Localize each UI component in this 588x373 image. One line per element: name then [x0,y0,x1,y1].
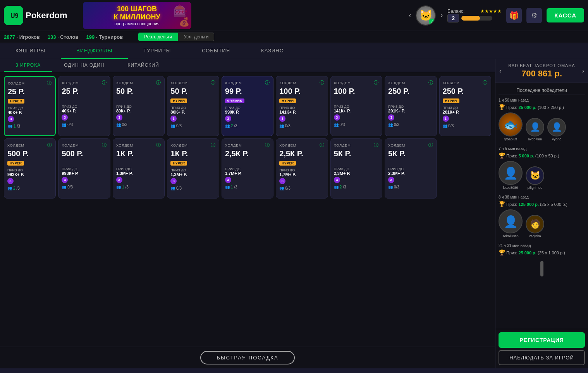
jackpot-prev-btn[interactable]: ‹ [499,67,501,74]
winner-entry-3: 8 ч 38 мин назад 🏆 Приз: 125 000 р. (25 … [499,195,585,238]
subnav-chinese[interactable]: КИТАЙСКИЙ [116,59,171,72]
tab-windfalls[interactable]: ВИНДФОЛЛЫ [61,43,128,59]
name-yyoric: yyoric [552,137,561,141]
tourney-card-8[interactable]: ХОЛДЕМⓘ 250 Р. ПРИЗ ДО 201К+ Р. 3 👥 0/3 [385,76,437,136]
info-icon-9[interactable]: ⓘ [483,79,488,86]
balance-section: Баланс: ★★★★★ 2 [447,9,502,22]
info-icon-10[interactable]: ⓘ [47,142,52,149]
stats-bar: 2877 · Игроков 133 · Столов 199 · Турнир… [0,31,588,43]
info-icon-12[interactable]: ⓘ [156,142,161,149]
info-icon-14[interactable]: ⓘ [265,142,270,149]
main-area: 3 ИГРОКА ОДИН НА ОДИН КИТАЙСКИЙ ХОЛДЕМⓘ … [0,59,495,368]
avatar: 🐱 ✓ [416,5,436,26]
balance-stars: ★★★★★ [480,9,502,14]
name-avdojkee: avdojkee [528,137,542,141]
tourney-card-16[interactable]: ХОЛДЕМⓘ 5К Р. ПРИЗ ДО 2,3М+ Р. 3 👥 2/3 [330,138,382,199]
tourney-card-10[interactable]: ХОЛДЕМⓘ 500 Р. HYPER ПРИЗ ДО 993К+ Р. 3 … [4,138,56,199]
watch-button[interactable]: НАБЛЮДАТЬ ЗА ИГРОЙ [499,350,585,365]
logo: U9 Pokerdom [4,6,67,25]
tourney-card-4[interactable]: ХОЛДЕМⓘ 50 Р. HYPER ПРИЗ ДО 80К+ Р. 3 👥 … [167,76,219,136]
jackpot-amount: 700 861 р. [508,69,575,79]
tourney-card-9[interactable]: ХОЛДЕМⓘ 250 Р. HYPER ПРИЗ ДО 201К+ Р. 3 … [439,76,491,136]
winner-avatars-1: 🐟 rybabluff 👤 avdojkee 👤 yyoric [499,112,585,141]
svg-text:U9: U9 [10,12,19,19]
tourney-card-5[interactable]: ХОЛДЕМⓘ 99 Р. 9 YEARS ПРИЗ ДО 990К Р. 3 … [222,76,273,136]
info-icon-4[interactable]: ⓘ [211,79,216,86]
tourney-card-15[interactable]: ХОЛДЕМⓘ 2,5К Р. HYPER ПРИЗ ДО 1,7М+ Р. 3… [276,138,328,199]
promo-banner[interactable]: 100 ШАГОВ К МИЛЛИОНУ программа поощрения… [83,2,191,29]
avatar-lotos8089: 👤 [499,161,523,185]
tab-events[interactable]: СОБЫТИЯ [186,43,246,59]
jackpot-next-btn[interactable]: › [582,67,584,74]
user-prev-button[interactable]: ‹ [409,11,411,19]
gift-button[interactable]: 🎁 [506,8,522,23]
money-toggle: Реал. деньги Усл. деньги [138,33,214,41]
tourney-card-11[interactable]: ХОЛДЕМⓘ 500 Р. ПРИЗ ДО 993К+ Р. 3 👥 0/3 [58,138,110,199]
tourney-card-1[interactable]: ХОЛДЕМⓘ 25 Р. HYPER ПРИЗ ДО 40К+ Р. 3 👥 … [4,76,56,136]
winner-entry-2: 7 ч 5 мин назад 🏆 Приз: 5 000 р. (100 х … [499,147,585,190]
tourney-card-3[interactable]: ХОЛДЕМⓘ 50 Р. ПРИЗ ДО 80К+ Р. 3 👥 0/3 [113,76,165,136]
winner-time-4: 21 ч 31 мин назад [499,243,585,248]
online-status: ✓ [429,19,435,25]
tourney-card-17[interactable]: ХОЛДЕМⓘ 5К Р. ПРИЗ ДО 2,3М+ Р. 3 👥 0/3 [385,138,437,199]
info-icon-6[interactable]: ⓘ [320,79,325,86]
tournaments-stat: 199 · Турниров [86,34,123,40]
winner-wrap-lotos: 👤 lotos8089 [499,161,523,190]
quick-seat-button[interactable]: БЫСТРАЯ ПОСАДКА [200,351,294,364]
winner-time-2: 7 ч 5 мин назад [499,147,585,151]
info-icon-16[interactable]: ⓘ [374,142,379,149]
register-button[interactable]: РЕГИСТРАЦИЯ [499,332,585,348]
winner-wrap-yyoric: 👤 yyoric [547,118,566,141]
tab-tournaments[interactable]: ТУРНИРЫ [128,43,186,59]
avatar-avdojkee: 👤 [526,118,544,136]
avatar-sokolikssn: 👤 [499,209,523,233]
winner-avatars-2: 👤 lotos8089 🐱 piligrimoo [499,161,585,190]
real-money-btn[interactable]: Реал. деньги [138,33,178,41]
trophy-icon-2: 🏆 [499,152,505,159]
trophy-icon-1: 🏆 [499,104,505,110]
info-icon-1[interactable]: ⓘ [47,80,52,86]
info-icon-17[interactable]: ⓘ [428,142,433,149]
kassa-button[interactable]: КАССА [547,8,584,22]
info-icon-7[interactable]: ⓘ [374,79,379,86]
info-icon-5[interactable]: ⓘ [265,79,270,86]
settings-button[interactable]: ⚙ [526,8,542,23]
tourney-card-14[interactable]: ХОЛДЕМⓘ 2,5К Р. ПРИЗ ДО 1,7М+ Р. 3 👥 1/3 [222,138,273,199]
tourney-card-2[interactable]: ХОЛДЕМⓘ 25 Р. ПРИЗ ДО 40К+ Р. 3 👥 0/3 [58,76,110,136]
banner-text: 100 ШАГОВ К МИЛЛИОНУ [113,5,160,21]
tourney-card-7[interactable]: ХОЛДЕМⓘ 100 Р. ПРИЗ ДО 141К+ Р. 3 👥 0/3 [330,76,382,136]
tourney-card-6[interactable]: ХОЛДЕМⓘ 100 Р. HYPER ПРИЗ ДО 141К+ Р. 3 … [276,76,328,136]
winner-prize-2: 🏆 Приз: 5 000 р. (100 х 50 р.) [499,152,585,159]
tourney-card-13[interactable]: ХОЛДЕМⓘ 1К Р. HYPER ПРИЗ ДО 1,3М+ Р. 3 👥… [167,138,219,199]
grid-area: ХОЛДЕМⓘ 25 Р. HYPER ПРИЗ ДО 40К+ Р. 3 👥 … [0,72,495,347]
name-lotos8089: lotos8089 [503,186,518,190]
winner-wrap-rybabluff: 🐟 rybabluff [499,112,523,141]
avatar-image: 🐱 [416,6,435,25]
tab-cash[interactable]: КЭШ ИГРЫ [0,43,61,59]
play-money-btn[interactable]: Усл. деньги [178,33,214,41]
scrollbar-thumb[interactable] [540,261,543,276]
info-icon-13[interactable]: ⓘ [211,142,216,149]
name-rybabluff: rybabluff [504,137,517,141]
winner-prize-4: 🏆 Приз: 25 000 р. (25 х 1 000 р.) [499,249,585,256]
user-next-button[interactable]: › [440,11,443,19]
winners-section: Последние победители 1 ч 50 мин назад 🏆 … [495,83,588,329]
balance-progress-fill [461,16,480,21]
info-icon-3[interactable]: ⓘ [156,79,161,86]
banner-sub: программа поощрения [113,21,160,26]
subnav-3players[interactable]: 3 ИГРОКА [4,59,52,72]
subnav-heads-up[interactable]: ОДИН НА ОДИН [52,59,116,72]
winner-avatars-3: 👤 sokolikssn 🧑 vaginka [499,209,585,238]
avatar-rybabluff: 🐟 [499,112,523,136]
winner-prize-1: 🏆 Приз: 25 000 р. (100 х 250 р.) [499,104,585,110]
tourney-card-12[interactable]: ХОЛДЕМⓘ 1К Р. ПРИЗ ДО 1,3М+ Р. 3 👥 1/3 [113,138,165,199]
winner-wrap-piligrimoo: 🐱 piligrimoo [526,166,544,190]
logo-text: Pokerdom [26,10,67,21]
tab-casino[interactable]: КАЗИНО [246,43,299,59]
info-icon-2[interactable]: ⓘ [102,79,107,86]
info-icon-11[interactable]: ⓘ [102,142,107,149]
balance-number: 2 [447,14,459,22]
jackpot-title: BAD BEAT JACKPOT OMAHA [508,63,575,68]
info-icon-8[interactable]: ⓘ [428,79,433,86]
info-icon-15[interactable]: ⓘ [320,142,325,149]
